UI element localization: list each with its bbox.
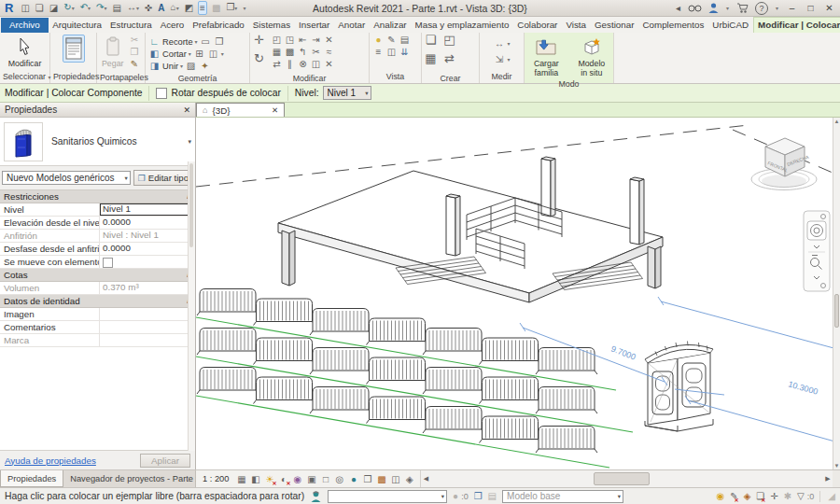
aligned-dimension-icon[interactable]: ✜ <box>144 2 153 14</box>
close-view-icon[interactable]: ✕ <box>272 105 278 115</box>
modify-tool-icon[interactable]: ✕ <box>323 35 335 46</box>
comentarios-value-field[interactable] <box>100 321 195 333</box>
section-cotas[interactable]: Cotas∧ <box>0 269 195 282</box>
type-selector-dropdown-icon[interactable]: ▾ <box>188 138 191 146</box>
type-selector[interactable]: Sanitarios Quimicos ▾ <box>0 118 195 166</box>
customize-qat-icon[interactable]: ▾ <box>242 1 246 15</box>
app-store-cart-icon[interactable] <box>736 3 749 13</box>
shadows-icon[interactable]: ◐ <box>277 474 289 484</box>
modify-tool-icon[interactable]: ◫ <box>310 59 322 70</box>
paint-icon[interactable]: ▨ <box>185 61 197 72</box>
detail-level-icon[interactable]: ▦ <box>235 474 247 484</box>
text-icon[interactable]: A <box>157 2 165 14</box>
revit-logo-icon[interactable]: R <box>5 2 13 15</box>
geometry-tool-icon[interactable]: ▭ <box>200 36 212 48</box>
elevacion-value-field[interactable]: 0.0000 <box>100 217 195 229</box>
vertical-scrollbar[interactable]: ▲ ▼ <box>833 118 840 469</box>
apply-button[interactable]: Aplicar <box>140 454 190 468</box>
modify-tool-icon[interactable]: ∥ <box>284 59 296 70</box>
close-hidden-windows-icon[interactable]: ▩ <box>211 2 221 14</box>
modify-tool-icon[interactable]: ◳ <box>284 35 296 46</box>
view-tool-icon[interactable]: ◫ <box>385 47 398 58</box>
temporary-dimension-value[interactable]: 9.7000 <box>609 344 637 362</box>
design-options-icon[interactable]: ❐ <box>474 491 483 501</box>
cut-icon[interactable]: ✂ <box>128 35 140 46</box>
worksets-dropdown[interactable]: ▾ <box>328 490 447 503</box>
measure-diagonal-icon[interactable]: ⇲ <box>493 54 505 65</box>
filter-icon[interactable]: ▽ <box>797 491 805 501</box>
paste-button[interactable]: Pegar <box>100 35 125 68</box>
nivel-value-field[interactable]: Nivel 1 <box>100 203 195 216</box>
panel-label-crear[interactable]: Crear <box>422 74 479 84</box>
temporary-dimension-value[interactable]: 10.3000 <box>787 379 819 397</box>
tab-complementos[interactable]: Complementos <box>638 18 708 33</box>
scroll-left-icon[interactable]: ◀ <box>421 475 430 483</box>
properties-palette-header[interactable]: Propiedades ✕ <box>0 103 195 118</box>
panel-label-vista[interactable]: Vista <box>370 72 421 83</box>
match-properties-icon[interactable]: ✎ <box>128 59 140 70</box>
cope-button[interactable]: ∟Recorte▾▭❐ <box>148 35 226 48</box>
ui-views-icon[interactable]: ◫ <box>20 2 30 14</box>
horizontal-scroll-thumb[interactable] <box>594 472 650 485</box>
open-icon[interactable]: ❏ <box>35 2 45 14</box>
select-by-face-icon[interactable]: ❏ <box>756 491 764 501</box>
tab-gestionar[interactable]: Gestionar <box>590 18 637 33</box>
save-icon[interactable]: ◪ <box>49 2 59 14</box>
scroll-down-icon[interactable]: ▼ <box>833 463 840 469</box>
create-similar-icon[interactable]: ◰ <box>443 35 455 46</box>
help-dropdown-icon[interactable]: ▾ <box>775 1 779 15</box>
properties-help-link[interactable]: Ayuda de propiedades <box>5 455 96 466</box>
copy-icon[interactable]: ❐ <box>128 47 140 58</box>
select-pinned-icon[interactable]: ◈ <box>744 491 751 501</box>
reveal-hidden-elements-icon[interactable]: ● <box>347 474 359 484</box>
panel-label-modo[interactable]: Modo <box>525 79 613 90</box>
worksets-worker-icon[interactable] <box>310 490 322 502</box>
editable-only-icon[interactable]: ● <box>453 491 458 501</box>
measure-ruler-icon[interactable]: ↔ <box>493 38 505 49</box>
undo-icon[interactable]: ↶▾ <box>79 1 91 15</box>
horizontal-scrollbar[interactable]: ◀ ▶ <box>420 470 833 487</box>
create-parts-icon[interactable]: ⇄ <box>443 53 455 64</box>
show-crop-icon[interactable]: □ <box>319 474 331 484</box>
desfase-value-field[interactable]: 0.0000 <box>100 243 195 255</box>
crowd-barriers-model[interactable] <box>197 289 597 454</box>
rotate-icon[interactable]: ↻ <box>253 53 265 64</box>
marca-value-field[interactable] <box>100 334 195 346</box>
modify-tool-icon[interactable]: ≈ <box>323 47 335 58</box>
sign-in-icon[interactable] <box>708 3 719 13</box>
move-icon[interactable]: ✛ <box>253 35 265 46</box>
3d-scene[interactable]: 9.7000 10.3000 FRONTAL DERECHA <box>196 118 833 470</box>
properties-toggle-button[interactable] <box>61 35 87 63</box>
drag-on-selection-icon[interactable]: ✛ <box>770 491 777 501</box>
sun-path-icon[interactable]: ☀ <box>263 474 275 484</box>
panel-label-propiedades[interactable]: Propiedades <box>50 72 96 83</box>
palette-scrollbar[interactable] <box>188 161 195 451</box>
measure-icon[interactable]: ↔▾ <box>126 1 140 15</box>
resize-grip[interactable]: ◢ <box>828 491 835 501</box>
worksharing-display-icon[interactable]: ▩ <box>375 474 387 484</box>
minimize-button[interactable]: – <box>786 3 798 13</box>
linework-icon[interactable]: ✎ <box>385 35 398 46</box>
help-icon[interactable]: ? <box>755 2 768 15</box>
portable-toilet-model[interactable] <box>645 342 713 432</box>
modify-tool-icon[interactable]: ↰ <box>297 47 309 58</box>
join-geometry-button[interactable]: ◨Unir▾▨✦ <box>148 60 211 72</box>
stage-platform-model[interactable] <box>278 171 663 302</box>
tab-archivo[interactable]: Archivo <box>1 18 49 33</box>
tab-estructura[interactable]: Estructura <box>106 18 157 33</box>
infocenter-collapse-icon[interactable]: ◂ <box>675 2 681 14</box>
panel-label-portapapeles[interactable]: Portapapeles <box>97 73 145 83</box>
temporary-view-properties-icon[interactable]: ❐ <box>361 474 373 484</box>
modify-tool-icon[interactable]: ✂ <box>310 47 322 58</box>
navigation-bar[interactable] <box>804 211 830 291</box>
panel-label-medir[interactable]: Medir <box>480 72 524 83</box>
view-tab-3d[interactable]: ⌂ {3D} ✕ <box>196 103 285 117</box>
3d-canvas[interactable]: 9.7000 10.3000 FRONTAL DERECHA <box>196 118 840 469</box>
visual-style-icon[interactable]: ◧ <box>249 474 261 484</box>
create-assembly-icon[interactable]: ▦ <box>425 53 437 64</box>
select-links-icon[interactable]: ◉ <box>717 491 725 501</box>
selection-settings-icon[interactable]: ✱ <box>784 491 791 501</box>
tab-insertar[interactable]: Insertar <box>295 18 334 33</box>
close-palette-icon[interactable]: ✕ <box>183 105 190 115</box>
active-option-icon[interactable]: ▤ <box>488 491 497 501</box>
